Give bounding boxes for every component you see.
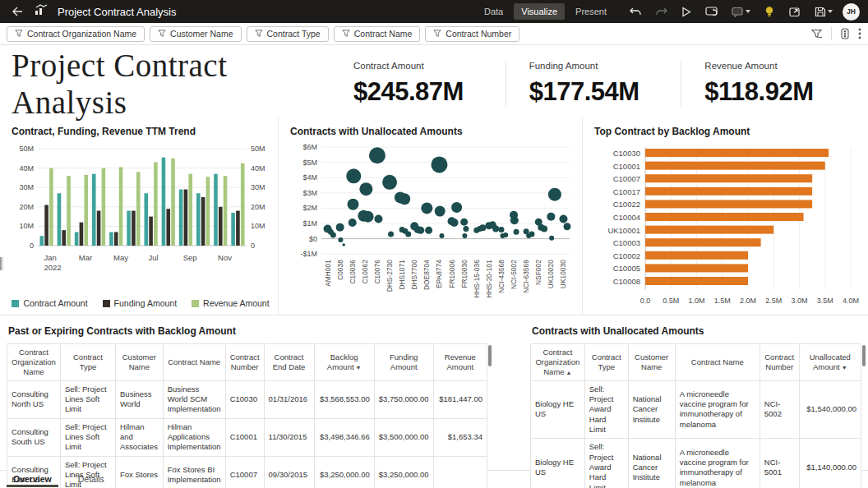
page-title: Project Contract Analysis bbox=[12, 47, 345, 121]
legend-item[interactable]: Funding Amount bbox=[103, 298, 177, 308]
table-cell: Sell: Project Lines Soft Limit bbox=[60, 418, 115, 456]
table-cell: 01/31/2016 bbox=[264, 380, 314, 418]
column-header[interactable]: Backlog Amount▼ bbox=[314, 344, 374, 381]
filter-funnel-icon bbox=[433, 30, 441, 38]
svg-text:3.5M: 3.5M bbox=[817, 297, 833, 305]
column-header[interactable]: Contract Name bbox=[163, 344, 225, 381]
column-header[interactable]: Customer Name bbox=[116, 344, 164, 381]
mode-tabs: DataVisualizePresent bbox=[477, 3, 614, 20]
filter-pill-contract-type[interactable]: Contract Type bbox=[247, 26, 329, 42]
filter-icon[interactable] bbox=[811, 29, 823, 39]
tab-present[interactable]: Present bbox=[568, 3, 614, 20]
svg-text:20M: 20M bbox=[19, 203, 34, 211]
column-header[interactable]: Contract Type bbox=[60, 344, 115, 381]
svg-text:4.0M: 4.0M bbox=[843, 297, 859, 305]
chart-panel-top-backlog[interactable]: Top Contract by Backlog Amount 0.00.5M1.… bbox=[582, 117, 868, 315]
bar-chart: 0010M10M20M20M30M30M40M40M50M50MJan2022M… bbox=[8, 140, 273, 297]
column-header[interactable]: Contract Type bbox=[584, 344, 628, 381]
tab-visualize[interactable]: Visualize bbox=[514, 3, 565, 20]
svg-text:$3M: $3M bbox=[302, 189, 317, 197]
legend-label: Funding Amount bbox=[114, 298, 177, 308]
kpi-funding-amount[interactable]: Funding Amount$177.54M bbox=[506, 61, 681, 107]
redo-icon[interactable] bbox=[651, 2, 671, 21]
svg-text:40M: 40M bbox=[251, 164, 265, 173]
column-header[interactable]: Contract Number bbox=[760, 344, 799, 381]
canvas-scroll-indicator[interactable] bbox=[0, 257, 3, 270]
table-vertical-scrollbar[interactable] bbox=[488, 345, 492, 366]
svg-text:$6M: $6M bbox=[302, 143, 317, 151]
table-panel-unallocated-amounts[interactable]: Contracts with Unallocated Amounts Contr… bbox=[530, 322, 861, 488]
column-header[interactable]: Contract End Date bbox=[264, 344, 314, 381]
insights-bulb-icon[interactable] bbox=[760, 2, 779, 21]
kpi-revenue-amount[interactable]: Revenue Amount$118.92M bbox=[681, 61, 856, 107]
svg-text:$4M: $4M bbox=[302, 173, 317, 182]
svg-text:C10001: C10001 bbox=[613, 162, 640, 171]
kpi-value: $245.87M bbox=[353, 77, 506, 107]
chart-panel-unallocated-scatter[interactable]: Contracts with Unallocated Amounts $6M$5… bbox=[278, 117, 582, 315]
table-cell: National Cancer Institute bbox=[628, 439, 675, 488]
table-panel-expiring-contracts[interactable]: Past or Expiring Contracts with Backlog … bbox=[7, 322, 487, 488]
table-row[interactable]: Biology HE USSell: Project Award Hard Li… bbox=[530, 380, 861, 439]
chart-panel-ttm-trend[interactable]: Contract, Funding, Revenue TTM Trend 001… bbox=[0, 117, 278, 315]
svg-text:HHS-20-101: HHS-20-101 bbox=[485, 260, 493, 298]
column-header[interactable]: Funding Amount bbox=[374, 344, 433, 381]
canvas-tab-details[interactable]: Details bbox=[65, 471, 118, 487]
save-icon[interactable] bbox=[810, 2, 837, 21]
column-header[interactable]: Unallocated Amount▼ bbox=[799, 344, 861, 381]
svg-text:NCI-5002: NCI-5002 bbox=[510, 260, 518, 289]
kebab-menu-icon[interactable] bbox=[858, 28, 861, 39]
column-header[interactable]: Contract Organization Name bbox=[7, 344, 61, 381]
svg-text:C10002: C10002 bbox=[613, 251, 640, 260]
play-icon[interactable] bbox=[676, 2, 696, 21]
table-cell: $1,140,000.00 bbox=[799, 439, 861, 488]
comments-icon[interactable] bbox=[727, 2, 754, 21]
table-cell: Fox Stores bbox=[116, 456, 164, 488]
table-row[interactable]: Consulting South USSell: Project Lines S… bbox=[7, 418, 487, 456]
table-cell: C10001 bbox=[225, 418, 264, 456]
filter-pill-contract-number[interactable]: Contract Number bbox=[425, 26, 519, 42]
column-header[interactable]: Customer Name bbox=[628, 344, 675, 381]
refresh-data-icon[interactable] bbox=[702, 2, 722, 21]
undo-icon[interactable] bbox=[626, 2, 645, 21]
filter-pill-customer-name[interactable]: Customer Name bbox=[150, 26, 241, 42]
back-icon[interactable] bbox=[8, 2, 26, 21]
filter-pill-contract-name[interactable]: Contract Name bbox=[334, 26, 421, 42]
svg-text:$5M: $5M bbox=[302, 159, 317, 167]
column-header[interactable]: Contract Number bbox=[225, 344, 264, 381]
svg-text:$0: $0 bbox=[309, 235, 317, 243]
table-cell: NCI-5001 bbox=[760, 439, 799, 488]
column-header[interactable]: Revenue Amount bbox=[433, 344, 487, 381]
filter-pill-contract-organization-name[interactable]: Contract Organization Name bbox=[7, 26, 145, 42]
tables-row: Past or Expiring Contracts with Backlog … bbox=[0, 315, 868, 488]
table-vertical-scrollbar[interactable] bbox=[862, 345, 866, 366]
table-cell: C10030 bbox=[225, 380, 264, 418]
table-cell: $3,500,000.00 bbox=[374, 418, 433, 456]
svg-text:40M: 40M bbox=[19, 164, 34, 173]
kpi-contract-amount[interactable]: Contract Amount$245.87M bbox=[345, 61, 506, 107]
canvas-tab-overview[interactable]: Overview bbox=[0, 471, 65, 487]
filter-pills: Contract Organization NameCustomer NameC… bbox=[7, 26, 519, 42]
column-header[interactable]: Contract Name bbox=[675, 344, 760, 381]
avatar[interactable]: JH bbox=[843, 3, 860, 21]
open-in-new-icon[interactable] bbox=[785, 2, 805, 21]
tab-data[interactable]: Data bbox=[477, 3, 510, 20]
top-bar: Project Contract Analysis DataVisualizeP… bbox=[0, 0, 868, 23]
scatter-chart: $6M$5M$4M$3M$2M$1M$0-$1MAMH001C0038C1003… bbox=[287, 140, 577, 323]
svg-text:C10036: C10036 bbox=[349, 260, 357, 284]
table-cell: $1,540,000.00 bbox=[799, 380, 861, 439]
svg-text:-$1M: -$1M bbox=[300, 250, 317, 258]
table-row[interactable]: Consulting North USSell: Project Lines S… bbox=[7, 380, 487, 418]
canvas-settings-icon[interactable] bbox=[840, 28, 850, 39]
table-cell: A microneedle vaccine program for immuno… bbox=[675, 380, 760, 439]
table-cell: Hilman and Associates bbox=[116, 418, 164, 456]
svg-text:FR10006: FR10006 bbox=[448, 260, 456, 288]
svg-text:2022: 2022 bbox=[44, 263, 61, 272]
table-row[interactable]: Biology HE USSell: Project Award Hard Li… bbox=[530, 439, 861, 488]
legend-item[interactable]: Revenue Amount bbox=[192, 298, 270, 308]
dashboard-canvas: Project Contract Analysis Contract Amoun… bbox=[0, 45, 868, 470]
filter-funnel-icon bbox=[342, 30, 350, 38]
svg-text:C10022: C10022 bbox=[613, 200, 640, 209]
legend-swatch bbox=[192, 300, 199, 307]
legend-item[interactable]: Contract Amount bbox=[12, 298, 87, 308]
column-header[interactable]: Contract Organization Name▲ bbox=[530, 344, 584, 381]
